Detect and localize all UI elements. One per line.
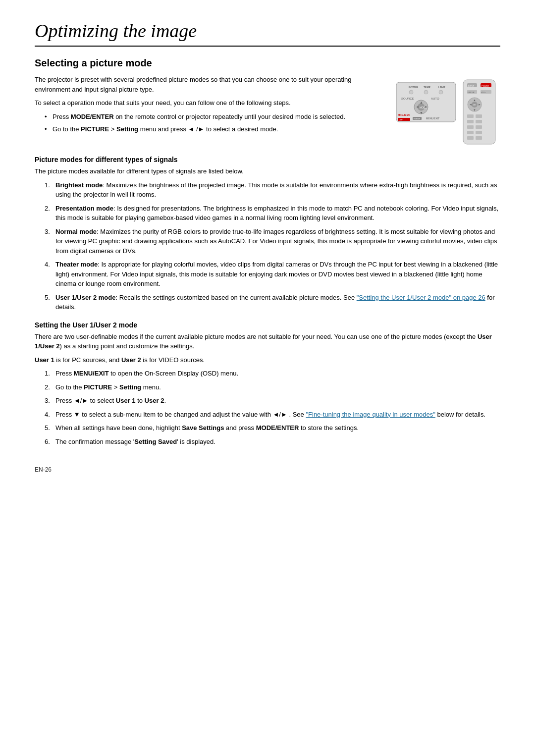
bold-save-settings: Save Settings: [182, 424, 224, 432]
svg-text:BLANK: BLANK: [414, 117, 420, 120]
svg-text:SOURCE: SOURCE: [401, 97, 414, 100]
svg-text:ENTER: ENTER: [468, 91, 475, 94]
subsection2-title: Setting the User 1/User 2 mode: [35, 321, 500, 329]
svg-text:LAMP: LAMP: [438, 86, 445, 89]
bold-user2-3: User 2: [145, 397, 164, 404]
intro-para-1: The projector is preset with several pre…: [35, 75, 381, 94]
bold-setting-saved: Setting Saved: [134, 438, 177, 445]
svg-rect-44: [467, 131, 474, 134]
svg-text:▲: ▲: [473, 99, 476, 102]
mode-text-5: : Recalls the settings customized based …: [115, 294, 356, 301]
projector-diagram: POWER TEMP LAMP SOURCE AUTO MODE ◄ ► ▲ ▼…: [394, 77, 498, 147]
mode-text-3: : Maximizes the purity of RGB colors to …: [55, 228, 497, 255]
svg-text:▲: ▲: [420, 101, 423, 104]
step-3: Press ◄/► to select User 1 to User 2.: [45, 396, 500, 406]
intro-text: The projector is preset with several pre…: [35, 75, 381, 147]
bullet-list: Press MODE/ENTER on the remote control o…: [45, 112, 381, 134]
bullet-item-2: Go to the PICTURE > Setting menu and pre…: [45, 124, 381, 134]
mode-item-5: User 1/User 2 mode: Recalls the settings…: [45, 293, 500, 312]
svg-rect-42: [467, 125, 474, 129]
bold-mode-enter: MODE/ENTER: [71, 113, 114, 120]
step4-link[interactable]: "Fine-tuning the image quality in user m…: [306, 411, 435, 418]
svg-rect-41: [476, 120, 482, 123]
picture-modes-list: Brightest mode: Maximizes the brightness…: [45, 180, 500, 312]
mode-label-1: Brightest mode: [55, 181, 103, 189]
svg-rect-40: [467, 120, 474, 123]
mode-text-4: : Is appropriate for playing colorful mo…: [55, 261, 498, 287]
intro-block: The projector is preset with several pre…: [35, 75, 500, 147]
svg-text:DLP: DLP: [399, 118, 403, 121]
projector-image-container: POWER TEMP LAMP SOURCE AUTO MODE ◄ ► ▲ ▼…: [391, 75, 500, 147]
mode-link-5[interactable]: "Setting the User 1/User 2 mode" on page…: [357, 294, 485, 301]
mode-item-3: Normal mode: Maximizes the purity of RGB…: [45, 227, 500, 256]
svg-text:TEMP: TEMP: [424, 86, 431, 89]
svg-text:►: ►: [425, 105, 428, 108]
mode-label-4: Theater mode: [55, 261, 98, 268]
subsection1-title: Picture modes for different types of sig…: [35, 156, 500, 163]
intro-para-2: To select a operation mode that suits yo…: [35, 98, 381, 108]
mode-item-2: Presentation mode: Is designed for prese…: [45, 204, 500, 223]
step-5: When all settings have been done, highli…: [45, 423, 500, 433]
bold-setting-2: Setting: [119, 383, 141, 391]
bold-picture-2: PICTURE: [84, 383, 112, 391]
page-footer: EN-26: [35, 466, 500, 473]
svg-text:OK: OK: [473, 104, 476, 106]
mode-label-2: Presentation mode: [55, 205, 113, 212]
mode-label-3: Normal mode: [55, 228, 97, 235]
bold-menu-exit: MENU/EXIT: [74, 370, 109, 377]
subsection2-intro1: There are two user-definable modes if th…: [35, 332, 500, 351]
bold-picture: PICTURE: [81, 125, 109, 133]
bullet-item-1: Press MODE/ENTER on the remote control o…: [45, 112, 381, 122]
svg-text:INPUT: INPUT: [468, 85, 475, 87]
svg-rect-47: [476, 136, 482, 140]
steps-list: Press MENU/EXIT to open the On-Screen Di…: [45, 369, 500, 446]
svg-point-6: [439, 90, 443, 94]
section-title: Selecting a picture mode: [35, 57, 500, 69]
svg-text:Mitsubishi: Mitsubishi: [398, 113, 410, 116]
svg-point-4: [409, 90, 413, 94]
mode-label-5: User 1/User 2 mode: [55, 294, 115, 301]
bold-user12-except: User 1/User 2: [35, 333, 492, 350]
svg-text:POWER: POWER: [409, 86, 418, 89]
svg-rect-39: [476, 114, 482, 118]
step-2: Go to the PICTURE > Setting menu.: [45, 382, 500, 392]
step-6: The confirmation message 'Setting Saved'…: [45, 437, 500, 447]
step-4: Press ▼ to select a sub-menu item to be …: [45, 410, 500, 420]
mode-text-1: : Maximizes the brightness of the projec…: [55, 181, 497, 199]
mode-item-4: Theater mode: Is appropriate for playing…: [45, 260, 500, 289]
mode-text-2: : Is designed for presentations. The bri…: [55, 205, 498, 222]
bold-setting: Setting: [116, 125, 138, 133]
mode-item-1: Brightest mode: Maximizes the brightness…: [45, 180, 500, 200]
svg-text:AUTO: AUTO: [431, 97, 439, 100]
page-title: Optimizing the image: [35, 20, 500, 47]
bold-mode-enter-2: MODE/ENTER: [256, 424, 299, 432]
svg-text:▼: ▼: [420, 111, 423, 114]
svg-point-5: [424, 90, 428, 94]
svg-text:►: ►: [478, 103, 481, 106]
svg-text:MENU/EXIT: MENU/EXIT: [426, 117, 439, 120]
svg-text:VOL+: VOL+: [481, 91, 486, 94]
subsection1-intro: The picture modes available for differen…: [35, 166, 500, 176]
svg-rect-43: [476, 125, 482, 129]
svg-rect-45: [476, 131, 482, 134]
svg-text:◄: ◄: [416, 105, 419, 108]
step-1: Press MENU/EXIT to open the On-Screen Di…: [45, 369, 500, 378]
svg-text:POWER: POWER: [482, 85, 489, 87]
subsection2-intro2: User 1 is for PC sources, and User 2 is …: [35, 355, 500, 365]
bold-user1-3: User 1: [116, 397, 136, 404]
bold-user2: User 2: [121, 356, 141, 364]
svg-text:◄: ◄: [469, 103, 472, 106]
svg-text:▼: ▼: [473, 108, 476, 111]
bold-user1: User 1: [35, 356, 54, 364]
svg-rect-38: [467, 114, 474, 118]
svg-rect-46: [467, 136, 474, 140]
svg-rect-22: [463, 80, 495, 144]
